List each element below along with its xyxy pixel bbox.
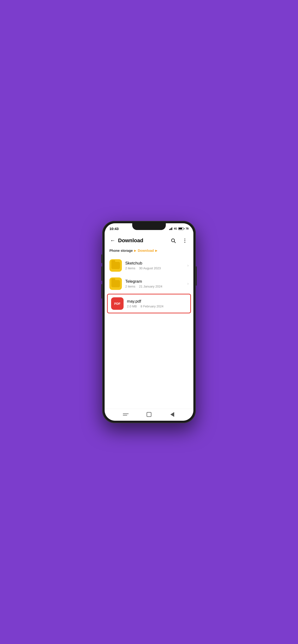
file-meta: 2.0 MB 8 February 2024 [127,304,187,308]
network-type: 4G [174,227,177,230]
file-name: Telegram [125,279,187,284]
file-name: may.pdf [127,299,187,304]
folder-shape [111,262,120,269]
nav-back-button[interactable] [169,411,176,418]
nav-menu-button[interactable] [122,411,129,418]
back-button[interactable]: ← [108,236,117,245]
nav-back-icon [170,412,174,417]
file-date: 8 February 2024 [140,304,163,308]
search-icon [171,238,176,243]
top-bar: ← Download ⋮ [105,234,193,247]
file-date: 30 August 2023 [139,266,161,270]
signal-icon [169,227,173,230]
volume-up-button[interactable] [101,266,102,281]
chevron-right-icon: › [187,282,189,286]
chevron-right-icon: › [187,263,189,268]
breadcrumb-phone-storage[interactable]: Phone storage [109,249,133,252]
battery-icon [178,227,185,230]
file-items-count: 2 items [125,266,135,270]
file-date: 21 January 2024 [139,284,163,288]
power-button[interactable] [196,266,197,286]
volume-down-button[interactable] [101,284,102,298]
notch [132,223,166,230]
more-button[interactable]: ⋮ [180,236,190,245]
nav-menu-icon [123,415,127,416]
nav-home-icon [146,412,152,417]
file-name: Sketchub [125,261,187,266]
phone-screen: 10:43 4G 78 ← [105,223,193,421]
file-size: 2.0 MB [127,304,137,308]
svg-rect-0 [169,229,170,230]
nav-menu-icon [123,414,129,414]
list-item[interactable]: PDF may.pdf 2.0 MB 8 February 2024 [107,294,191,314]
breadcrumb: Phone storage ▶ Download ▶ [105,247,193,256]
search-button[interactable] [169,236,178,245]
mute-button[interactable] [101,254,102,263]
svg-rect-2 [171,228,172,230]
pdf-icon: PDF [111,297,123,310]
file-info: Sketchub 2 items 30 August 2023 [125,261,187,270]
nav-home-button[interactable] [145,411,153,418]
status-icons: 4G 78 [169,227,189,230]
file-items-count: 2 items [125,284,135,288]
nav-bar [105,409,193,421]
breadcrumb-chevron-icon: ▶ [134,249,136,252]
status-bar: 10:43 4G 78 [105,223,193,234]
breadcrumb-download[interactable]: Download [138,249,154,252]
pdf-label: PDF [114,302,120,306]
battery-percent: 78 [186,227,189,230]
file-info: Telegram 2 items 21 January 2024 [125,279,187,288]
file-meta: 2 items 30 August 2023 [125,266,187,270]
page-title: Download [118,238,169,244]
list-item[interactable]: Telegram 2 items 21 January 2024 › [105,274,193,293]
svg-line-5 [174,242,175,243]
action-buttons: ⋮ [169,236,190,245]
status-time: 10:43 [109,227,118,231]
file-list: Sketchub 2 items 30 August 2023 › Telegr… [105,256,193,409]
list-item[interactable]: Sketchub 2 items 30 August 2023 › [105,256,193,274]
phone-frame: 10:43 4G 78 ← [102,221,196,423]
folder-shape [111,280,120,287]
svg-rect-1 [170,228,171,230]
svg-rect-3 [172,227,173,230]
back-arrow-icon: ← [110,238,115,244]
folder-icon [109,278,122,290]
file-info: may.pdf 2.0 MB 8 February 2024 [127,299,187,308]
breadcrumb-chevron2-icon: ▶ [155,249,158,252]
more-icon: ⋮ [182,238,187,244]
file-meta: 2 items 21 January 2024 [125,284,187,288]
folder-icon [109,259,122,272]
